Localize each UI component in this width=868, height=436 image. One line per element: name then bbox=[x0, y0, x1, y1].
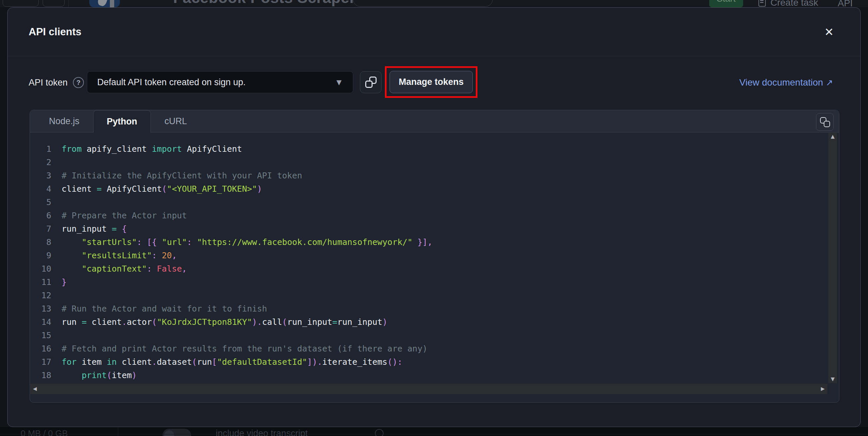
page: Facebook Posts Scraper Start Create task… bbox=[0, 0, 868, 436]
line-number: 11 bbox=[30, 276, 51, 289]
line-number: 3 bbox=[30, 169, 51, 182]
scroll-left-icon[interactable]: ◀ bbox=[33, 385, 37, 393]
code-line: 13# Run the Actor and wait for it to fin… bbox=[30, 302, 828, 315]
tab-curl[interactable]: cURL bbox=[151, 110, 201, 132]
code-line: 12 bbox=[30, 289, 828, 302]
external-link-icon: ↗ bbox=[826, 77, 833, 88]
code-line: 1from apify_client import ApifyClient bbox=[30, 143, 828, 156]
code-tabbar: Node.jsPythoncURL bbox=[30, 110, 839, 132]
divider bbox=[0, 434, 868, 434]
copy-icon bbox=[821, 118, 829, 126]
divider bbox=[68, 0, 69, 7]
actor-icon bbox=[89, 0, 120, 7]
background-header: Facebook Posts Scraper Start Create task… bbox=[0, 0, 868, 7]
line-number: 16 bbox=[30, 342, 51, 355]
toggle-label: include video transcript bbox=[216, 428, 308, 436]
line-number: 10 bbox=[30, 262, 51, 276]
line-number: 8 bbox=[30, 236, 51, 249]
actor-title: Facebook Posts Scraper bbox=[173, 0, 355, 7]
code-panel: Node.jsPythoncURL 1from apify_client imp… bbox=[30, 110, 839, 403]
background-footer: 0 MB / 0 GB include video transcript bbox=[0, 427, 868, 436]
line-number: 1 bbox=[30, 143, 51, 156]
horizontal-scrollbar[interactable]: ◀ ▶ bbox=[30, 384, 827, 394]
chevron-down-icon: ▼ bbox=[337, 78, 342, 86]
close-button[interactable]: ✕ bbox=[820, 23, 838, 41]
tab-python[interactable]: Python bbox=[93, 110, 151, 133]
line-number: 13 bbox=[30, 302, 51, 315]
line-number: 4 bbox=[30, 182, 51, 196]
api-token-select[interactable]: Default API token created on sign up. ▼ bbox=[87, 71, 353, 93]
line-number: 9 bbox=[30, 249, 51, 262]
modal-title: API clients bbox=[29, 26, 82, 38]
code-line: 11} bbox=[30, 276, 828, 289]
tab-nodejs[interactable]: Node.js bbox=[35, 110, 93, 132]
api-token-row: API token ? Default API token created on… bbox=[8, 57, 860, 100]
code-line: 7run_input = { bbox=[30, 222, 828, 236]
help-icon bbox=[375, 429, 383, 436]
line-number: 17 bbox=[30, 355, 51, 369]
start-button: Start bbox=[709, 0, 743, 7]
api-token-label: API token ? bbox=[29, 77, 84, 88]
code-line: 14run = client.actor("KoJrdxJCTtpon81KY"… bbox=[30, 315, 828, 329]
code-line: 8 "startUrls": [{ "url": "https://www.fa… bbox=[30, 236, 828, 249]
line-number: 6 bbox=[30, 209, 51, 222]
code-editor: 1from apify_client import ApifyClient23#… bbox=[30, 133, 828, 383]
line-number: 15 bbox=[30, 329, 51, 342]
line-number: 12 bbox=[30, 289, 51, 302]
line-number: 7 bbox=[30, 222, 51, 236]
vertical-scrollbar[interactable]: ▲ ▼ bbox=[828, 133, 837, 383]
divider bbox=[118, 427, 118, 436]
code-line: 3# Initialize the ApifyClient with your … bbox=[30, 169, 828, 182]
scroll-right-icon[interactable]: ▶ bbox=[821, 385, 825, 393]
code-line: 6# Prepare the Actor input bbox=[30, 209, 828, 222]
manage-tokens-button[interactable]: Manage tokens bbox=[390, 71, 473, 93]
line-number: 5 bbox=[30, 196, 51, 209]
code-line: 9 "resultsLimit": 20, bbox=[30, 249, 828, 262]
code-line: 18 print(item) bbox=[30, 369, 828, 382]
usage-label: 0 MB / 0 GB bbox=[21, 428, 68, 436]
scroll-up-icon[interactable]: ▲ bbox=[831, 133, 835, 141]
code-lines: 1from apify_client import ApifyClient23#… bbox=[30, 143, 828, 382]
code-line: 2 bbox=[30, 156, 828, 169]
view-documentation-link[interactable]: View documentation↗ bbox=[740, 77, 833, 88]
code-line: 5 bbox=[30, 196, 828, 209]
copy-code-button[interactable] bbox=[816, 113, 834, 131]
code-line: 15 bbox=[30, 329, 828, 342]
document-icon bbox=[758, 0, 766, 7]
code-line: 16# Fetch and print Actor results from t… bbox=[30, 342, 828, 355]
code-line: 17for item in client.dataset(run["defaul… bbox=[30, 355, 828, 369]
toggle-knob bbox=[164, 430, 174, 436]
toggle-switch bbox=[162, 429, 191, 436]
background-button bbox=[3, 0, 39, 7]
api-clients-modal: API clients ✕ API token ? Default API to… bbox=[7, 7, 861, 427]
modal-header: API clients ✕ bbox=[8, 8, 860, 56]
code-line: 4client = ApifyClient("<YOUR_API_TOKEN>"… bbox=[30, 182, 828, 196]
scroll-down-icon[interactable]: ▼ bbox=[831, 375, 835, 383]
line-number: 14 bbox=[30, 315, 51, 329]
api-token-select-value: Default API token created on sign up. bbox=[97, 77, 246, 88]
actor-badge bbox=[353, 0, 493, 7]
help-icon[interactable]: ? bbox=[73, 77, 84, 88]
code-line: 10 "captionText": False, bbox=[30, 262, 828, 276]
api-nav-label: API bbox=[838, 0, 853, 7]
line-number: 2 bbox=[30, 156, 51, 169]
copy-icon bbox=[366, 77, 376, 87]
annotation-highlight: Manage tokens bbox=[385, 66, 477, 98]
copy-token-button[interactable] bbox=[360, 71, 381, 93]
create-task-button: Create task bbox=[758, 0, 818, 7]
line-number: 18 bbox=[30, 369, 51, 382]
background-button bbox=[42, 0, 65, 7]
